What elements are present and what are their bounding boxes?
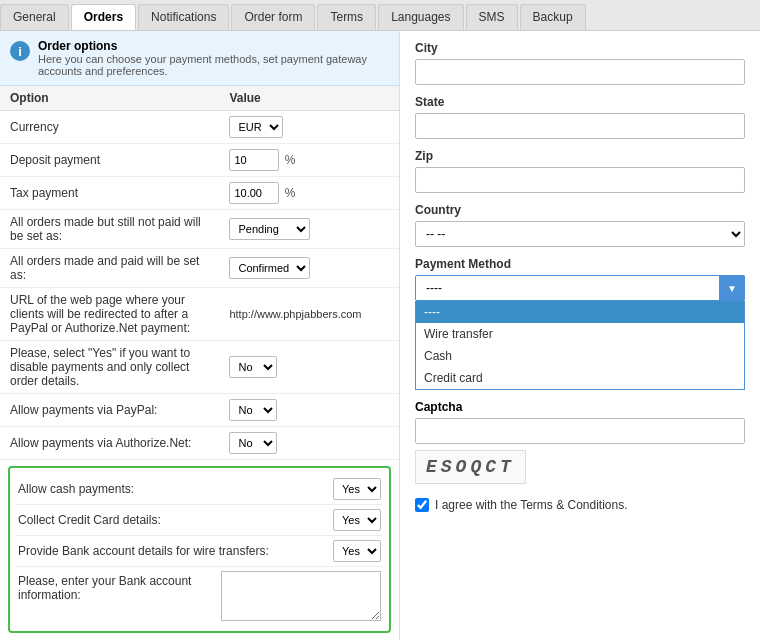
row-label: Allow payments via PayPal: xyxy=(0,394,219,427)
captcha-image: ESOQCT xyxy=(415,450,526,484)
tab-general[interactable]: General xyxy=(0,4,69,30)
options-table: Option Value Currency EURUSDGBP Deposit xyxy=(0,86,399,460)
authorizenet-select[interactable]: YesNo xyxy=(229,432,277,454)
tax-input[interactable] xyxy=(229,182,279,204)
state-input[interactable] xyxy=(415,113,745,139)
info-box: i Order options Here you can choose your… xyxy=(0,31,399,86)
state-label: State xyxy=(415,95,745,109)
col-option: Option xyxy=(0,86,219,111)
wire-transfer-row: Provide Bank account details for wire tr… xyxy=(16,536,383,567)
terms-checkbox[interactable] xyxy=(415,498,429,512)
row-value: PendingConfirmedCancelled xyxy=(219,249,399,288)
table-row: All orders made but still not paid will … xyxy=(0,210,399,249)
row-label: All orders made but still not paid will … xyxy=(0,210,219,249)
cash-payments-row: Allow cash payments: YesNo xyxy=(16,474,383,505)
currency-select[interactable]: EURUSDGBP xyxy=(229,116,283,138)
tab-orders[interactable]: Orders xyxy=(71,4,136,30)
tab-languages[interactable]: Languages xyxy=(378,4,463,30)
highlight-section: Allow cash payments: YesNo Collect Credi… xyxy=(8,466,391,633)
info-box-title: Order options xyxy=(38,39,389,53)
state-group: State xyxy=(415,95,745,139)
zip-label: Zip xyxy=(415,149,745,163)
info-box-subtitle: Here you can choose your payment methods… xyxy=(38,53,389,77)
bank-info-row: Please, enter your Bank account informat… xyxy=(16,567,383,625)
left-panel: i Order options Here you can choose your… xyxy=(0,31,400,640)
tabs-bar: General Orders Notifications Order form … xyxy=(0,0,760,31)
row-label: Tax payment xyxy=(0,177,219,210)
row-value: YesNo xyxy=(219,394,399,427)
row-label: All orders made and paid will be set as: xyxy=(0,249,219,288)
country-label: Country xyxy=(415,203,745,217)
row-value: http://www.phpjabbers.com xyxy=(219,288,399,341)
country-group: Country -- -- xyxy=(415,203,745,247)
table-row: URL of the web page where your clients w… xyxy=(0,288,399,341)
tab-order-form[interactable]: Order form xyxy=(231,4,315,30)
tab-backup[interactable]: Backup xyxy=(520,4,586,30)
credit-card-row: Collect Credit Card details: YesNo xyxy=(16,505,383,536)
row-label: Please, select "Yes" if you want to disa… xyxy=(0,341,219,394)
row-label: Currency xyxy=(0,111,219,144)
unpaid-status-select[interactable]: PendingConfirmedCancelled xyxy=(229,218,310,240)
captcha-input[interactable] xyxy=(415,418,745,444)
city-group: City xyxy=(415,41,745,85)
table-row: Currency EURUSDGBP xyxy=(0,111,399,144)
redirect-url: http://www.phpjabbers.com xyxy=(229,308,361,320)
captcha-label: Captcha xyxy=(415,400,745,414)
table-row: Please, select "Yes" if you want to disa… xyxy=(0,341,399,394)
info-text: Order options Here you can choose your p… xyxy=(38,39,389,77)
bank-info-label: Please, enter your Bank account informat… xyxy=(18,574,221,602)
row-label: Allow payments via Authorize.Net: xyxy=(0,427,219,460)
row-value: % xyxy=(219,144,399,177)
zip-input[interactable] xyxy=(415,167,745,193)
tab-notifications[interactable]: Notifications xyxy=(138,4,229,30)
info-icon: i xyxy=(10,41,30,61)
payment-method-group: Payment Method ---- ▼ ---- Wire transfer… xyxy=(415,257,745,390)
wire-transfer-label: Provide Bank account details for wire tr… xyxy=(18,544,333,558)
bank-info-textarea[interactable] xyxy=(221,571,381,621)
country-select[interactable]: -- -- xyxy=(415,221,745,247)
disable-payments-select[interactable]: YesNo xyxy=(229,356,277,378)
captcha-section: Captcha ESOQCT xyxy=(415,400,745,484)
row-value: YesNo xyxy=(219,341,399,394)
zip-group: Zip xyxy=(415,149,745,193)
tax-unit: % xyxy=(285,186,296,200)
table-row: Allow payments via PayPal: YesNo xyxy=(0,394,399,427)
wire-transfer-select[interactable]: YesNo xyxy=(333,540,381,562)
table-row: Allow payments via Authorize.Net: YesNo xyxy=(0,427,399,460)
row-value: % xyxy=(219,177,399,210)
terms-row: I agree with the Terms & Conditions. xyxy=(415,498,745,512)
row-value: EURUSDGBP xyxy=(219,111,399,144)
row-value: YesNo xyxy=(219,427,399,460)
paypal-select[interactable]: YesNo xyxy=(229,399,277,421)
cash-payments-label: Allow cash payments: xyxy=(18,482,333,496)
payment-option-blank[interactable]: ---- xyxy=(416,301,744,323)
col-value: Value xyxy=(219,86,399,111)
row-label: Deposit payment xyxy=(0,144,219,177)
row-value: PendingConfirmedCancelled xyxy=(219,210,399,249)
credit-card-select[interactable]: YesNo xyxy=(333,509,381,531)
main-content: i Order options Here you can choose your… xyxy=(0,31,760,640)
city-label: City xyxy=(415,41,745,55)
payment-option-cash[interactable]: Cash xyxy=(416,345,744,367)
deposit-input[interactable] xyxy=(229,149,279,171)
table-row: Tax payment % xyxy=(0,177,399,210)
payment-method-label: Payment Method xyxy=(415,257,745,271)
paid-status-select[interactable]: PendingConfirmedCancelled xyxy=(229,257,310,279)
payment-dropdown-container: ---- ▼ xyxy=(415,275,745,301)
credit-card-label: Collect Credit Card details: xyxy=(18,513,333,527)
table-row: All orders made and paid will be set as:… xyxy=(0,249,399,288)
terms-text: I agree with the Terms & Conditions. xyxy=(435,498,628,512)
right-panel: City State Zip Country -- -- Payment Met… xyxy=(400,31,760,640)
payment-dropdown-list: ---- Wire transfer Cash Credit card xyxy=(415,301,745,390)
deposit-unit: % xyxy=(285,153,296,167)
tab-terms[interactable]: Terms xyxy=(317,4,376,30)
payment-method-select[interactable]: ---- xyxy=(415,275,745,301)
table-row: Deposit payment % xyxy=(0,144,399,177)
cash-payments-select[interactable]: YesNo xyxy=(333,478,381,500)
tab-sms[interactable]: SMS xyxy=(466,4,518,30)
city-input[interactable] xyxy=(415,59,745,85)
row-label: URL of the web page where your clients w… xyxy=(0,288,219,341)
payment-option-wire[interactable]: Wire transfer xyxy=(416,323,744,345)
payment-option-credit[interactable]: Credit card xyxy=(416,367,744,389)
